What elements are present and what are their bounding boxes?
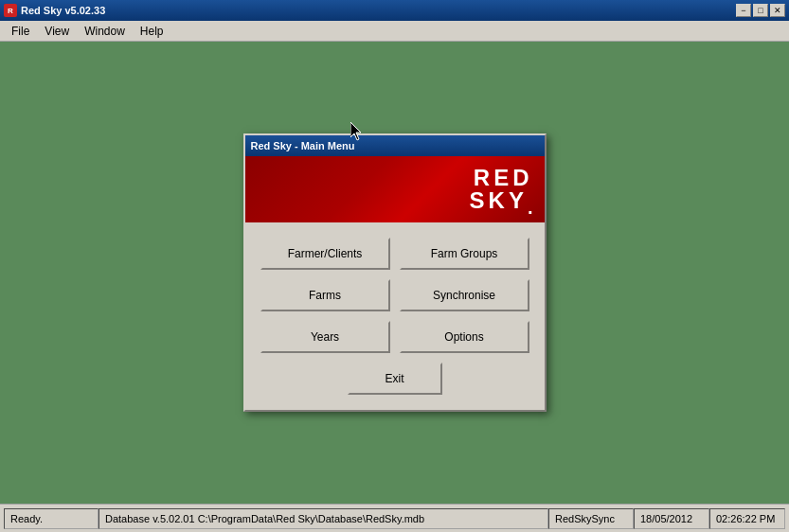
- years-button[interactable]: Years: [260, 321, 390, 353]
- status-sync: RedSkySync: [548, 508, 634, 529]
- status-ready: Ready.: [4, 508, 99, 529]
- logo-dot: .: [528, 203, 533, 212]
- status-database: Database v.5.02.01 C:\ProgramData\Red Sk…: [99, 508, 548, 529]
- dialog-title-bar: Red Sky - Main Menu: [245, 135, 545, 156]
- synchronise-button[interactable]: Synchronise: [400, 279, 529, 311]
- main-menu-dialog: Red Sky - Main Menu RED SKY . Farmer/Cli…: [243, 133, 547, 412]
- title-bar: R Red Sky v5.02.33 − □ ✕: [0, 0, 789, 21]
- farm-groups-button[interactable]: Farm Groups: [400, 238, 529, 270]
- options-button[interactable]: Options: [400, 321, 529, 353]
- title-bar-buttons: − □ ✕: [736, 4, 785, 17]
- status-bar: Ready. Database v.5.02.01 C:\ProgramData…: [0, 504, 789, 532]
- title-bar-left: R Red Sky v5.02.33: [4, 4, 105, 17]
- logo-red: RED: [474, 167, 533, 189]
- maximize-button[interactable]: □: [753, 4, 768, 17]
- exit-row: Exit: [260, 363, 529, 395]
- menu-view[interactable]: View: [37, 23, 77, 40]
- menu-file[interactable]: File: [4, 23, 37, 40]
- banner-logo: RED SKY .: [470, 167, 533, 212]
- menu-bar: File View Window Help: [0, 21, 789, 42]
- status-time: 02:26:22 PM: [709, 508, 785, 529]
- button-grid: Farmer/Clients Farm Groups Farms Synchro…: [260, 238, 529, 353]
- dialog-banner: RED SKY .: [245, 156, 545, 222]
- title-bar-title: Red Sky v5.02.33: [21, 5, 105, 16]
- farms-button[interactable]: Farms: [260, 279, 390, 311]
- status-date: 18/05/2012: [634, 508, 709, 529]
- minimize-button[interactable]: −: [736, 4, 751, 17]
- main-area: Red Sky - Main Menu RED SKY . Farmer/Cli…: [0, 42, 789, 504]
- farmer-clients-button[interactable]: Farmer/Clients: [260, 238, 390, 270]
- close-button[interactable]: ✕: [770, 4, 785, 17]
- app-icon: R: [4, 4, 17, 17]
- exit-button[interactable]: Exit: [348, 363, 442, 395]
- menu-help[interactable]: Help: [133, 23, 171, 40]
- dialog-title: Red Sky - Main Menu: [251, 140, 355, 151]
- menu-window[interactable]: Window: [77, 23, 133, 40]
- dialog-body: Farmer/Clients Farm Groups Farms Synchro…: [245, 222, 545, 410]
- logo-sky: SKY: [470, 189, 528, 212]
